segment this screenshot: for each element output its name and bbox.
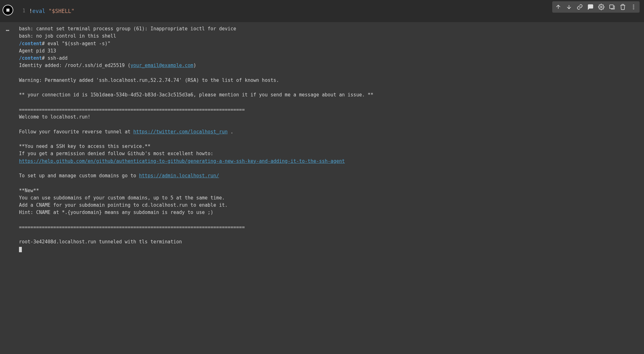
out-line: Hint: CNAME at *.{yourdomain} means any … [19, 210, 213, 215]
out-line: ) [193, 63, 196, 68]
out-line: Identity added: /root/.ssh/id_ed25519 ( [19, 63, 130, 68]
cell-toolbar [552, 1, 640, 13]
out-line: Add a CNAME for your subdomain pointing … [19, 202, 228, 208]
github-help-link[interactable]: https://help.github.com/en/github/authen… [19, 158, 345, 164]
code-content: !eval "$SHELL" [29, 7, 74, 15]
mirror-icon[interactable] [609, 3, 616, 10]
out-sep: ========================================… [19, 107, 245, 113]
link-icon[interactable] [576, 3, 583, 10]
admin-link[interactable]: https://admin.localhost.run/ [139, 173, 219, 179]
out-line: To set up and manage custom domains go t… [19, 173, 139, 179]
code-editor[interactable]: 1 !eval "$SHELL" [16, 0, 644, 22]
out-sep: ========================================… [19, 224, 245, 230]
run-gutter [0, 0, 16, 22]
comment-icon[interactable] [587, 3, 594, 10]
svg-point-3 [633, 6, 634, 7]
email-link[interactable]: your_email@example.com [130, 63, 193, 68]
move-up-icon[interactable] [555, 3, 562, 10]
gear-icon[interactable] [598, 3, 605, 10]
svg-point-4 [633, 8, 634, 9]
out-line: bash: no job control in this shell [19, 33, 116, 39]
prompt-path: /content [19, 41, 42, 46]
trash-icon[interactable] [619, 3, 626, 10]
output-menu-icon[interactable]: ⋯ [6, 26, 10, 35]
move-down-icon[interactable] [566, 3, 572, 10]
out-line: **New** [19, 188, 39, 193]
code-string: "$SHELL" [48, 8, 74, 14]
out-line: root-3e42408d.localhost.run tunneled wit… [19, 239, 182, 245]
out-line: Follow your favourite reverse tunnel at [19, 129, 133, 135]
out-line: . [228, 129, 233, 135]
terminal-cursor [19, 247, 22, 252]
code-bang: ! [29, 8, 32, 14]
output-row: ⋯ bash: cannot set terminal process grou… [0, 22, 644, 256]
cell-output: bash: cannot set terminal process group … [16, 22, 644, 256]
prompt-cmd: # ssh-add [42, 55, 67, 61]
out-line: **You need a SSH key to access this serv… [19, 143, 150, 149]
more-vert-icon[interactable] [630, 3, 637, 10]
out-line: Warning: Permanently added 'ssh.localhos… [19, 77, 279, 83]
run-cell-button[interactable] [3, 5, 13, 15]
out-line: If you get a permission denied follow Gi… [19, 151, 213, 156]
out-line: Agent pid 313 [19, 48, 56, 54]
out-line: ** your connection id is 15b1daea-534b-4… [19, 92, 373, 98]
out-line: Welcome to localhost.run! [19, 114, 91, 120]
prompt-path: /content [19, 55, 42, 61]
svg-point-0 [601, 6, 602, 8]
svg-rect-1 [610, 5, 614, 9]
svg-rect-5 [6, 9, 9, 12]
code-keyword: eval [32, 8, 45, 14]
code-cell: 1 !eval "$SHELL" [0, 0, 644, 22]
line-number: 1 [19, 7, 25, 15]
svg-point-2 [633, 5, 634, 6]
output-gutter: ⋯ [0, 22, 16, 256]
out-line: bash: cannot set terminal process group … [19, 26, 236, 32]
twitter-link[interactable]: https://twitter.com/localhost_run [133, 129, 228, 135]
out-line: You can use subdomains of your custom do… [19, 195, 225, 201]
prompt-cmd: # eval "$(ssh-agent -s)" [42, 41, 110, 46]
